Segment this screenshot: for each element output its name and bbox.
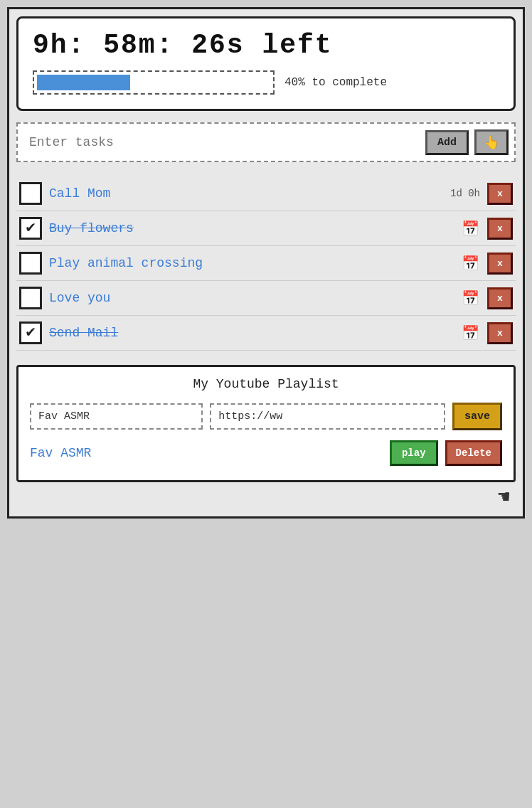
timer-display: 9h: 58m: 26s left bbox=[33, 30, 499, 60]
playlist-play-button[interactable]: play bbox=[390, 440, 438, 466]
task-time-1: 1d 0h bbox=[445, 188, 480, 199]
task-delete-4[interactable]: x bbox=[487, 287, 513, 309]
task-row: Call Mom 1d 0h x bbox=[16, 176, 516, 211]
task-checkbox-1[interactable] bbox=[19, 182, 42, 205]
task-label-5: Send Mail bbox=[49, 326, 453, 340]
playlist-item-label: Fav ASMR bbox=[30, 446, 383, 460]
task-calendar-5[interactable]: 📅 bbox=[460, 324, 480, 342]
playlist-name-input[interactable] bbox=[30, 403, 203, 430]
task-calendar-2[interactable]: 📅 bbox=[460, 220, 480, 238]
task-checkbox-4[interactable] bbox=[19, 287, 42, 309]
task-checkbox-3[interactable] bbox=[19, 252, 42, 275]
playlist-title: My Youtube Playlist bbox=[30, 377, 502, 391]
task-row: ✔ Buy flowers 📅 x bbox=[16, 211, 516, 246]
playlist-item-row: Fav ASMR play Delete bbox=[30, 440, 502, 466]
playlist-section: My Youtube Playlist save Fav ASMR play D… bbox=[16, 365, 516, 482]
progress-bar-fill bbox=[37, 75, 130, 90]
task-delete-2[interactable]: x bbox=[487, 218, 513, 240]
task-label-3: Play animal crossing bbox=[49, 256, 453, 270]
cursor-area: ☛ bbox=[16, 482, 516, 509]
playlist-save-button[interactable]: save bbox=[452, 403, 502, 430]
checkmark-icon: ✔ bbox=[26, 325, 35, 341]
task-row: ✔ Send Mail 📅 x bbox=[16, 316, 516, 351]
task-label-4: Love you bbox=[49, 291, 453, 305]
task-row: Play animal crossing 📅 x bbox=[16, 246, 516, 281]
progress-bar-outer bbox=[33, 70, 275, 95]
task-row: Love you 📅 x bbox=[16, 281, 516, 316]
task-calendar-3[interactable]: 📅 bbox=[460, 255, 480, 272]
task-checkbox-2[interactable]: ✔ bbox=[19, 217, 42, 240]
timer-section: 9h: 58m: 26s left 40% to complete bbox=[16, 16, 516, 111]
add-task-button[interactable]: Add bbox=[425, 130, 469, 155]
task-delete-1[interactable]: x bbox=[487, 183, 513, 205]
progress-container: 40% to complete bbox=[33, 70, 499, 95]
tasks-section: Call Mom 1d 0h x ✔ Buy flowers 📅 x Play … bbox=[16, 176, 516, 351]
playlist-input-row: save bbox=[30, 403, 502, 430]
task-calendar-4[interactable]: 📅 bbox=[460, 289, 480, 307]
playlist-url-input[interactable] bbox=[210, 403, 445, 430]
progress-label: 40% to complete bbox=[284, 76, 387, 89]
task-input[interactable] bbox=[23, 132, 420, 152]
emoji-button[interactable]: 👆 bbox=[474, 129, 509, 155]
task-input-section: Add 👆 bbox=[16, 122, 516, 162]
task-checkbox-5[interactable]: ✔ bbox=[19, 321, 42, 344]
task-delete-5[interactable]: x bbox=[487, 322, 513, 344]
task-delete-3[interactable]: x bbox=[487, 253, 513, 275]
playlist-delete-button[interactable]: Delete bbox=[445, 440, 502, 466]
task-label-2: Buy flowers bbox=[49, 221, 453, 235]
cursor-icon: ☛ bbox=[498, 485, 510, 509]
checkmark-icon: ✔ bbox=[26, 220, 35, 236]
task-label-1: Call Mom bbox=[49, 186, 437, 201]
emoji-icon: 👆 bbox=[484, 135, 499, 149]
app-container: 9h: 58m: 26s left 40% to complete Add 👆 … bbox=[7, 7, 525, 519]
